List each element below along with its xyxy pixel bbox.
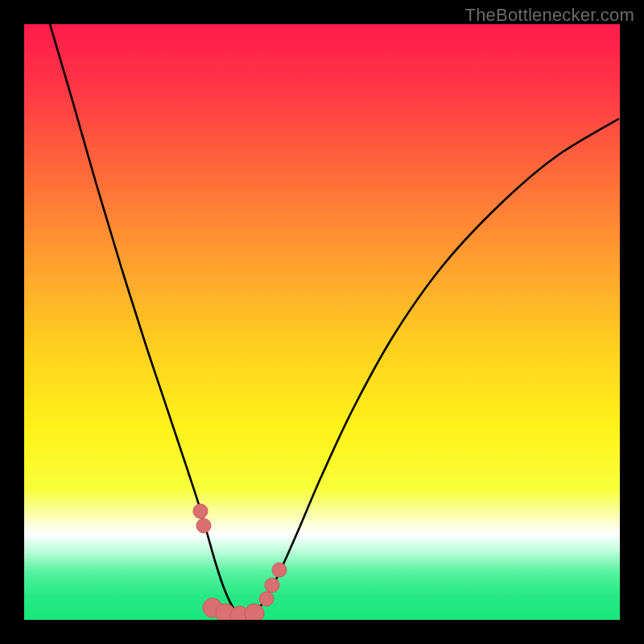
curve-marker — [193, 504, 208, 518]
bottleneck-curve — [50, 24, 618, 617]
marker-group — [193, 504, 287, 620]
watermark-text: TheBottlenecker.com — [465, 5, 634, 26]
curve-marker — [265, 578, 279, 592]
chart-svg — [24, 24, 620, 620]
plot-area — [24, 24, 620, 620]
chart-frame: TheBottlenecker.com — [0, 0, 644, 644]
curve-marker — [272, 563, 287, 577]
curve-marker — [245, 604, 264, 620]
curve-marker — [259, 592, 274, 606]
curve-marker — [196, 518, 211, 533]
